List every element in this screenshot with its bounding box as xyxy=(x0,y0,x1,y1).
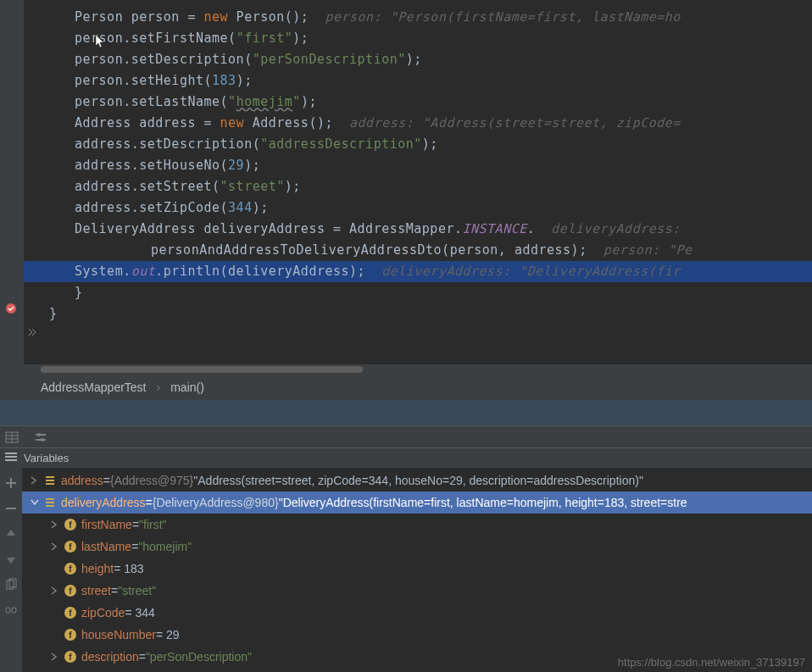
add-watch-icon[interactable] xyxy=(4,476,18,490)
variables-title: Variables xyxy=(24,452,69,464)
code-line[interactable]: personAndAddressToDeliveryAddressDto(per… xyxy=(24,240,812,261)
field-icon: f xyxy=(64,563,76,575)
code-line[interactable]: address.setDescription("addressDescripti… xyxy=(24,134,812,155)
debug-toolbar xyxy=(0,425,812,447)
field-icon: f xyxy=(64,541,76,553)
breadcrumb[interactable]: AddressMapperTest › main() xyxy=(0,375,812,400)
chevron-down-icon[interactable] xyxy=(31,499,39,506)
remove-watch-icon[interactable] xyxy=(4,502,18,515)
code-line[interactable]: person.setDescription("perSonDescription… xyxy=(24,49,812,70)
field-icon: f xyxy=(64,651,76,663)
move-up-icon[interactable] xyxy=(4,527,18,541)
var-row-field[interactable]: fhouseNumber = 29 xyxy=(22,624,812,646)
frames-panel-spacer xyxy=(0,400,812,425)
watermark: https://blog.csdn.net/weixin_37139197 xyxy=(618,656,805,669)
debug-panel: address = {Address@975} "Address(street=… xyxy=(0,468,812,672)
code-line[interactable]: address.setHouseNo(29); xyxy=(24,155,812,176)
var-row-field[interactable]: fstreet = "street" xyxy=(22,580,812,602)
chevron-right-icon: › xyxy=(157,380,161,394)
settings-icon[interactable] xyxy=(34,430,47,444)
code-line[interactable]: address.setStreet("street"); xyxy=(24,176,812,197)
menu-icon xyxy=(5,452,17,464)
code-line[interactable]: person.setFirstName("first"); xyxy=(24,28,812,49)
variables-tree[interactable]: address = {Address@975} "Address(street=… xyxy=(22,468,812,672)
code-line[interactable]: address.setZipCode(344); xyxy=(24,197,812,219)
var-row-address[interactable]: address = {Address@975} "Address(street=… xyxy=(22,469,812,492)
object-icon xyxy=(44,497,56,508)
code-line[interactable]: Person person = new Person(); person: "P… xyxy=(24,7,812,28)
variables-header[interactable]: Variables xyxy=(0,447,812,468)
chevron-right-icon[interactable] xyxy=(51,542,59,551)
breadcrumb-class[interactable]: AddressMapperTest xyxy=(41,380,147,394)
code-line[interactable]: Address address = new Address(); address… xyxy=(24,113,812,134)
chevron-right-icon[interactable] xyxy=(31,476,39,485)
copy-icon[interactable] xyxy=(4,578,18,591)
code-line[interactable]: System.out.println(deliveryAddress); del… xyxy=(24,261,812,282)
field-icon: f xyxy=(64,585,76,597)
breakpoint-icon[interactable] xyxy=(5,303,17,314)
var-row-field[interactable]: fheight = 183 xyxy=(22,558,812,580)
watches-icon[interactable] xyxy=(4,603,18,617)
editor-pane: Person person = new Person(); person: "P… xyxy=(0,0,812,364)
code-line[interactable]: } xyxy=(24,282,812,303)
table-view-icon[interactable] xyxy=(5,430,19,444)
var-row-field[interactable]: ffirstName = "first" xyxy=(22,514,812,536)
svg-point-7 xyxy=(37,433,41,436)
breadcrumb-method[interactable]: main() xyxy=(170,380,204,394)
field-icon: f xyxy=(64,519,76,530)
chevron-right-icon[interactable] xyxy=(51,653,59,661)
svg-rect-18 xyxy=(12,608,16,613)
code-line[interactable]: person.setLastName("homejim"); xyxy=(24,92,812,113)
scrollbar-thumb[interactable] xyxy=(41,366,363,373)
var-row-deliveryAddress[interactable]: deliveryAddress = {DeliveryAddress@980} … xyxy=(22,492,812,514)
object-icon xyxy=(44,475,56,486)
chevron-right-icon[interactable] xyxy=(51,520,59,529)
horizontal-scrollbar[interactable] xyxy=(0,364,812,375)
debug-sidebar xyxy=(0,468,22,672)
gutter-icons xyxy=(0,0,24,364)
var-row-field[interactable]: fzipCode = 344 xyxy=(22,602,812,624)
code-line[interactable]: } xyxy=(24,303,812,325)
chevron-right-icon[interactable] xyxy=(51,586,59,595)
code-line[interactable]: DeliveryAddress deliveryAddress = Addres… xyxy=(24,219,812,240)
var-row-field[interactable]: flastName = "homejim" xyxy=(22,536,812,558)
code-line[interactable]: person.setHeight(183); xyxy=(24,70,812,92)
field-icon: f xyxy=(64,629,76,641)
move-down-icon[interactable] xyxy=(4,553,18,566)
field-icon: f xyxy=(64,607,76,619)
svg-rect-17 xyxy=(6,608,10,613)
svg-point-8 xyxy=(41,438,44,442)
code-area[interactable]: Person person = new Person(); person: "P… xyxy=(24,0,812,364)
